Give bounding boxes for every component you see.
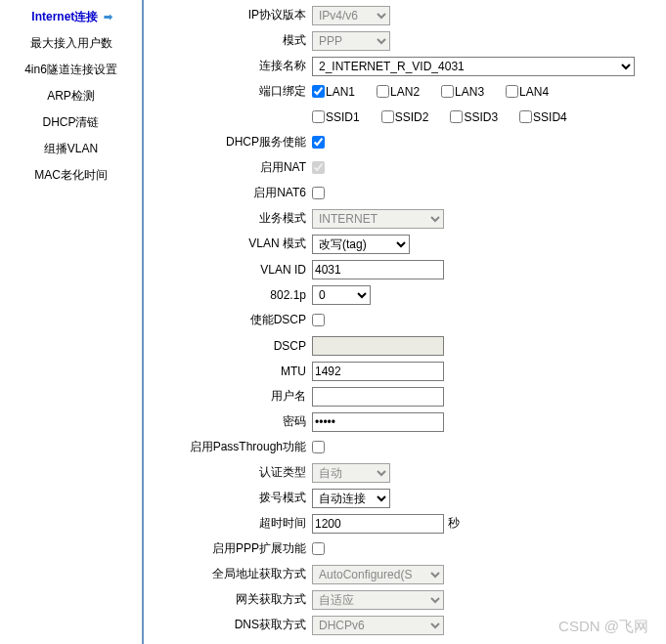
ip-version-select[interactable]: IPv4/v6 [312, 6, 390, 25]
username-input[interactable] [312, 387, 444, 407]
port-bind-lan1[interactable]: LAN1 [312, 85, 355, 99]
ppp-ext-label: 启用PPP扩展功能 [148, 540, 312, 557]
port-bind-ssid1[interactable]: SSID1 [312, 110, 360, 124]
mtu-label: MTU [148, 365, 312, 378]
dscp-enable-label: 使能DSCP [148, 312, 312, 328]
nat6-checkbox[interactable] [312, 187, 325, 199]
timeout-unit: 秒 [448, 515, 460, 532]
sidebar-item-max-users[interactable]: 最大接入用户数 [0, 30, 142, 57]
dscp-input[interactable] [312, 336, 444, 356]
ip-version-label: IP协议版本 [148, 7, 312, 23]
sidebar: Internet连接 ➡ 最大接入用户数 4in6隧道连接设置 ARP检测 DH… [0, 0, 142, 644]
8021p-label: 802.1p [148, 288, 312, 302]
form-area: IP协议版本 IPv4/v6 模式 PPP 连接名称 2_INTERNET_R_… [144, 0, 666, 644]
lan4-checkbox[interactable] [506, 85, 518, 98]
ppp-ext-checkbox[interactable] [312, 542, 325, 555]
sidebar-item-label: 最大接入用户数 [30, 36, 112, 50]
sidebar-item-label: DHCP清链 [42, 115, 99, 129]
username-label: 用户名 [148, 388, 312, 405]
conn-name-label: 连接名称 [148, 58, 312, 74]
sidebar-item-label: 4in6隧道连接设置 [24, 63, 117, 76]
mode-label: 模式 [148, 32, 312, 49]
global-addr-select[interactable]: AutoConfigured(S [312, 565, 444, 584]
port-bind-ssid3[interactable]: SSID3 [450, 110, 498, 124]
biz-mode-select[interactable]: INTERNET [312, 209, 444, 229]
sidebar-item-arp-detect[interactable]: ARP检测 [0, 83, 142, 109]
passthrough-label: 启用PassThrough功能 [148, 439, 312, 455]
lan2-checkbox[interactable] [377, 85, 389, 98]
port-bind-lan2[interactable]: LAN2 [377, 85, 420, 99]
conn-name-select[interactable]: 2_INTERNET_R_VID_4031 [312, 57, 635, 76]
sidebar-item-label: Internet连接 [31, 10, 98, 23]
password-label: 密码 [148, 413, 312, 430]
vlan-id-input[interactable] [312, 260, 444, 279]
dial-mode-label: 拨号模式 [148, 490, 312, 506]
dns-label: DNS获取方式 [148, 617, 312, 633]
mtu-input[interactable] [312, 362, 444, 381]
timeout-label: 超时时间 [148, 515, 312, 532]
nat-checkbox[interactable] [312, 161, 325, 174]
ssid4-checkbox[interactable] [519, 110, 532, 123]
ssid3-checkbox[interactable] [450, 110, 463, 123]
port-bind-ssid4[interactable]: SSID4 [519, 110, 567, 124]
biz-mode-label: 业务模式 [148, 210, 312, 227]
8021p-select[interactable]: 0 [312, 285, 371, 305]
mode-select[interactable]: PPP [312, 31, 390, 51]
nat-label: 启用NAT [148, 159, 312, 176]
arrow-right-icon: ➡ [104, 11, 112, 22]
sidebar-item-label: MAC老化时间 [34, 168, 108, 182]
dhcp-enable-checkbox[interactable] [312, 136, 325, 149]
auth-type-select[interactable]: 自动 [312, 463, 390, 483]
dhcp-enable-label: DHCP服务使能 [148, 134, 312, 150]
sidebar-item-internet-conn[interactable]: Internet连接 ➡ [0, 4, 142, 30]
passthrough-checkbox[interactable] [312, 441, 325, 453]
dial-mode-select[interactable]: 自动连接 [312, 489, 390, 508]
ssid2-checkbox[interactable] [381, 110, 394, 123]
timeout-input[interactable] [312, 514, 444, 534]
gateway-label: 网关获取方式 [148, 591, 312, 608]
sidebar-item-mac-aging[interactable]: MAC老化时间 [0, 162, 142, 189]
lan3-checkbox[interactable] [441, 85, 454, 98]
sidebar-item-label: ARP检测 [47, 89, 95, 103]
sidebar-item-4in6-tunnel[interactable]: 4in6隧道连接设置 [0, 57, 142, 83]
password-input[interactable] [312, 412, 444, 432]
port-bind-lan4[interactable]: LAN4 [506, 85, 549, 99]
vlan-mode-select[interactable]: 改写(tag) [312, 235, 410, 254]
vlan-id-label: VLAN ID [148, 263, 312, 277]
port-bind-ssid2[interactable]: SSID2 [381, 110, 429, 124]
ssid1-checkbox[interactable] [312, 110, 325, 123]
sidebar-item-label: 组播VLAN [44, 142, 98, 155]
lan1-checkbox[interactable] [312, 85, 325, 98]
port-bind-lan3[interactable]: LAN3 [441, 85, 484, 99]
auth-type-label: 认证类型 [148, 464, 312, 481]
port-bind-label: 端口绑定 [148, 83, 312, 100]
dns-select[interactable]: DHCPv6 [312, 616, 444, 635]
vlan-mode-label: VLAN 模式 [148, 236, 312, 252]
sidebar-item-dhcp-clear[interactable]: DHCP清链 [0, 109, 142, 136]
dscp-enable-checkbox[interactable] [312, 314, 325, 326]
sidebar-item-multicast-vlan[interactable]: 组播VLAN [0, 136, 142, 162]
gateway-select[interactable]: 自适应 [312, 590, 444, 610]
nat6-label: 启用NAT6 [148, 185, 312, 201]
dscp-label: DSCP [148, 339, 312, 353]
global-addr-label: 全局地址获取方式 [148, 566, 312, 582]
